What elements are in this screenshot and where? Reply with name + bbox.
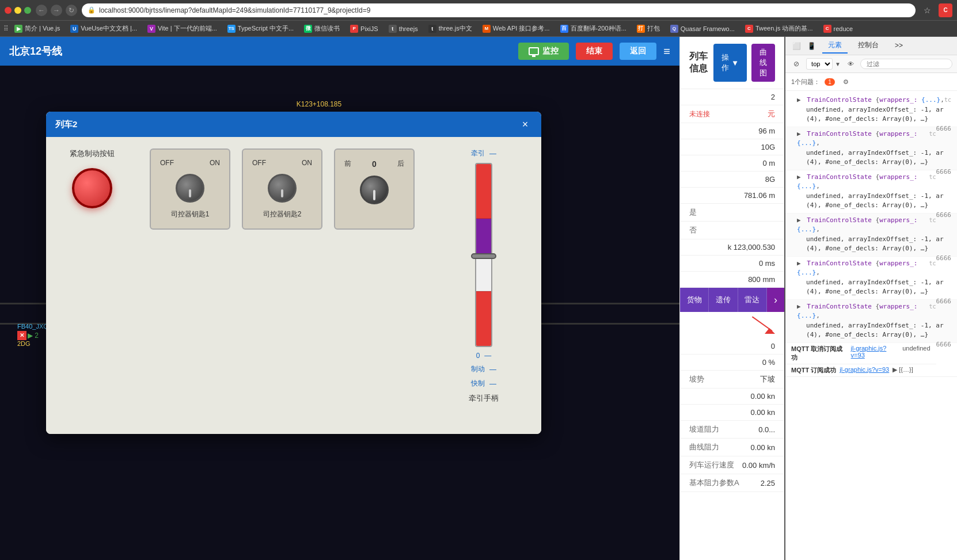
expand-icon-1[interactable]: ▶ bbox=[797, 130, 801, 138]
tab-cargo[interactable]: 货物 bbox=[680, 288, 709, 312]
train-dialog: 列车2 × 紧急制动按钮 bbox=[46, 112, 541, 434]
star-icon: ☆ bbox=[924, 6, 931, 15]
dialog-close-button[interactable]: × bbox=[518, 117, 532, 131]
devtools-tab-more[interactable]: >> bbox=[889, 39, 909, 53]
traction-empty bbox=[476, 255, 491, 291]
curve-button[interactable]: 曲线图 bbox=[751, 44, 775, 82]
end-button[interactable]: 结束 bbox=[576, 43, 613, 60]
mqtt-subscribe-label: MQTT 订阅成功 bbox=[791, 366, 836, 375]
arrow-indicator bbox=[680, 312, 784, 338]
devtools-toolbar: ⊘ top ▼ 👁 bbox=[785, 55, 957, 73]
mqtt-expand-icon[interactable]: ▶ bbox=[893, 366, 897, 373]
tab-arrow[interactable]: › bbox=[767, 288, 784, 312]
map-area: K123+108.185 泗仙桥站 FB40_JXQ ✕ ▶ 2 2DG 列车2… bbox=[0, 66, 679, 560]
switch2-knob[interactable] bbox=[268, 174, 297, 203]
nav-back-btn[interactable]: ← bbox=[36, 5, 47, 16]
tab-radar[interactable]: 雷达 bbox=[738, 288, 767, 312]
info-row-speed: 列车运行速度 0.00 km/h bbox=[680, 456, 784, 474]
bookmark-weixin[interactable]: 微 微信读书 bbox=[299, 23, 344, 34]
dialog-header: 列车2 × bbox=[46, 112, 541, 137]
tab-genetic[interactable]: 遗传 bbox=[709, 288, 738, 312]
browser-close-btn[interactable] bbox=[5, 7, 12, 14]
browser-bar: ← → ↻ 🔒 localhost:9000/bjrtss/linemap?de… bbox=[0, 0, 957, 21]
devtools-panel: ⬜ 📱 元素 控制台 >> ⊘ top ▼ 👁 bbox=[784, 37, 957, 560]
log-link-5[interactable]: tc bbox=[929, 302, 936, 311]
log-link-2[interactable]: tc bbox=[929, 173, 936, 181]
filter-input[interactable] bbox=[860, 59, 952, 69]
bookmark-vuejs[interactable]: ▶ 简介 | Vue.js bbox=[10, 23, 64, 34]
log-sub-3: undefined, arrayIndexOffset_: -1, ar bbox=[797, 235, 951, 245]
browser-minimize-btn[interactable] bbox=[14, 7, 21, 14]
log-link-0[interactable]: tc bbox=[944, 96, 951, 104]
expand-icon-5[interactable]: ▶ bbox=[797, 303, 801, 310]
devtools-header: ⬜ 📱 元素 控制台 >> bbox=[785, 37, 957, 55]
star-btn[interactable]: ☆ bbox=[920, 3, 934, 17]
info-row-yes: 是 bbox=[680, 204, 784, 222]
log-entry-5: tc ▶ TrainControlState {wrappers_: {...}… bbox=[785, 300, 957, 343]
bookmark-baidu[interactable]: 百 百度翻译-200种语... bbox=[556, 23, 631, 34]
browser-url-bar[interactable]: 🔒 localhost:9000/bjrtss/linemap?defaultM… bbox=[82, 3, 916, 17]
app-wrapper: 北京12号线 监控 结束 返回 ≡ K123+108.185 泗仙桥站 bbox=[0, 37, 957, 560]
eye-button[interactable]: 👁 bbox=[844, 58, 857, 70]
bookmark-icon-vueuse: U bbox=[70, 25, 78, 33]
switch2-labels: OFF ON bbox=[252, 159, 312, 167]
switch1-knob[interactable] bbox=[176, 174, 204, 203]
info-row-disconnected: 未连接 元 bbox=[680, 105, 784, 123]
bookmarks-apps[interactable]: ⠿ bbox=[3, 25, 9, 33]
menu-button[interactable]: ≡ bbox=[663, 45, 670, 58]
train-info-scroll[interactable]: 2 未连接 元 96 m 10G 0 m 8G bbox=[680, 89, 784, 560]
log-link-1[interactable]: tc bbox=[929, 129, 936, 138]
expand-icon-3[interactable]: ▶ bbox=[797, 216, 801, 224]
devtools-cursor-btn[interactable]: ⬜ bbox=[790, 40, 803, 52]
log-num-3: 6666 bbox=[936, 254, 952, 264]
issues-gear-btn[interactable]: ⚙ bbox=[840, 75, 852, 88]
mqtt-subscribe-entry: MQTT 订阅成功 jl-graphic.js?v=93 ▶ [{…}] bbox=[785, 364, 957, 377]
bookmark-pack[interactable]: 打 打包 bbox=[632, 23, 664, 34]
bookmark-tween[interactable]: C Tween.js 动画的基... bbox=[740, 23, 818, 34]
mqtt-subscribe-link[interactable]: jl-graphic.js?v=93 bbox=[840, 366, 889, 373]
emergency-button[interactable] bbox=[72, 168, 112, 208]
bookmark-pixijs[interactable]: P PixiJS bbox=[345, 24, 383, 34]
info-row-curve-resistance: 曲线阻力 0.00 kn bbox=[680, 439, 784, 456]
log-link-3[interactable]: tc bbox=[929, 216, 936, 224]
mqtt-subscribe-sub: ▶ [{…}] bbox=[893, 366, 913, 374]
expand-icon-0[interactable]: ▶ bbox=[797, 96, 801, 104]
monitor-button[interactable]: 监控 bbox=[518, 43, 569, 60]
direction-knob[interactable] bbox=[360, 176, 389, 204]
devtools-mobile-btn[interactable]: 📱 bbox=[805, 40, 818, 52]
controls-section: OFF ON 司控器钥匙1 OFF ON bbox=[150, 148, 415, 422]
monitor-icon bbox=[529, 47, 539, 55]
bookmark-icon-baidu: 百 bbox=[560, 25, 568, 33]
info-row-800mm: 800 mm bbox=[680, 272, 784, 288]
expand-icon-4[interactable]: ▶ bbox=[797, 260, 801, 267]
info-row-k123: k 123,000.530 bbox=[680, 239, 784, 256]
devtools-tab-elements[interactable]: 元素 bbox=[822, 38, 848, 54]
log-entry-2: tc ▶ TrainControlState {wrappers_: {...}… bbox=[785, 170, 957, 214]
nav-forward-btn[interactable]: → bbox=[51, 5, 62, 16]
nav-reload-btn[interactable]: ↻ bbox=[66, 5, 77, 16]
expand-icon-2[interactable]: ▶ bbox=[797, 173, 801, 181]
bookmark-quasar[interactable]: Q Quasar Framewo... bbox=[666, 24, 739, 34]
info-row-10g: 10G bbox=[680, 139, 784, 155]
extension-icon[interactable]: C bbox=[939, 3, 952, 17]
mqtt-unsubscribe-link[interactable]: jl-graphic.js?v=93 bbox=[851, 345, 899, 359]
bookmark-vueuse[interactable]: U VueUse中文文档 |... bbox=[66, 23, 142, 34]
bookmark-reduce[interactable]: C reduce bbox=[819, 24, 858, 34]
browser-maximize-btn[interactable] bbox=[24, 7, 31, 14]
train-box: ✕ ▶ 2 bbox=[17, 331, 48, 340]
log-link-4[interactable]: tc bbox=[929, 259, 936, 268]
bookmark-threejs-cn[interactable]: t three.js中文 bbox=[424, 23, 477, 34]
bookmark-webapi[interactable]: M Web API 接口参考... bbox=[478, 23, 555, 34]
devtools-block-btn[interactable]: ⊘ bbox=[790, 58, 803, 70]
traction-handle[interactable] bbox=[471, 253, 496, 259]
bookmark-threejs[interactable]: t threejs bbox=[384, 24, 423, 34]
back-button[interactable]: 返回 bbox=[620, 43, 656, 60]
bookmark-ts[interactable]: TS TypeScript 中文手... bbox=[223, 23, 298, 34]
train-num-label: ▶ 2 bbox=[28, 332, 39, 340]
devtools-tab-console[interactable]: 控制台 bbox=[852, 38, 884, 54]
bookmark-icon-vite: V bbox=[147, 25, 155, 33]
top-select[interactable]: top bbox=[806, 58, 833, 70]
log-entry-1: tc ▶ TrainControlState {wrappers_: {...}… bbox=[785, 127, 957, 170]
ops-button[interactable]: 操作 ▼ bbox=[713, 44, 747, 82]
bookmark-vite[interactable]: V Vite | 下一代的前端... bbox=[143, 23, 222, 34]
